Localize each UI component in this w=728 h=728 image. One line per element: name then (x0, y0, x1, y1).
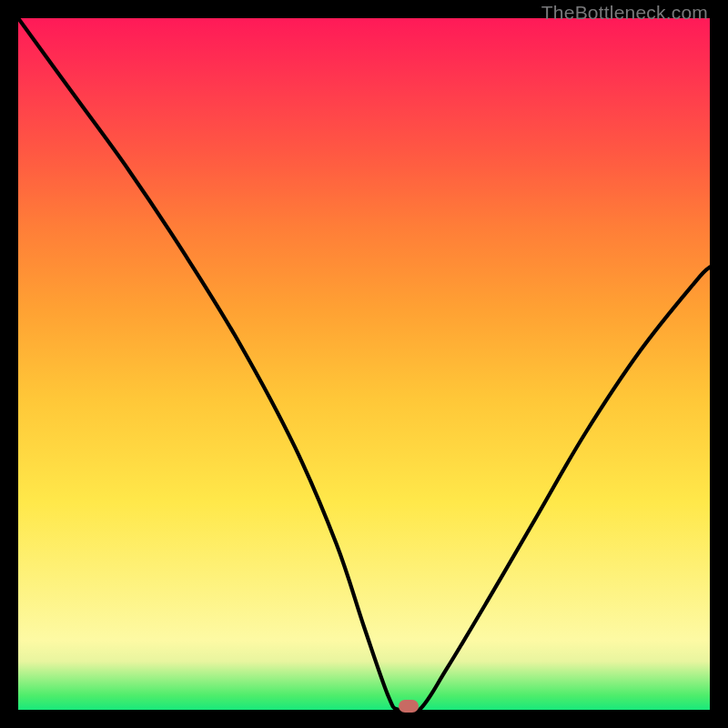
chart-frame: TheBottleneck.com (0, 0, 728, 728)
curve-path (18, 18, 710, 710)
watermark-text: TheBottleneck.com (541, 2, 708, 24)
plot-area (18, 18, 710, 710)
bottleneck-curve (18, 18, 710, 710)
optimum-marker (399, 700, 419, 713)
